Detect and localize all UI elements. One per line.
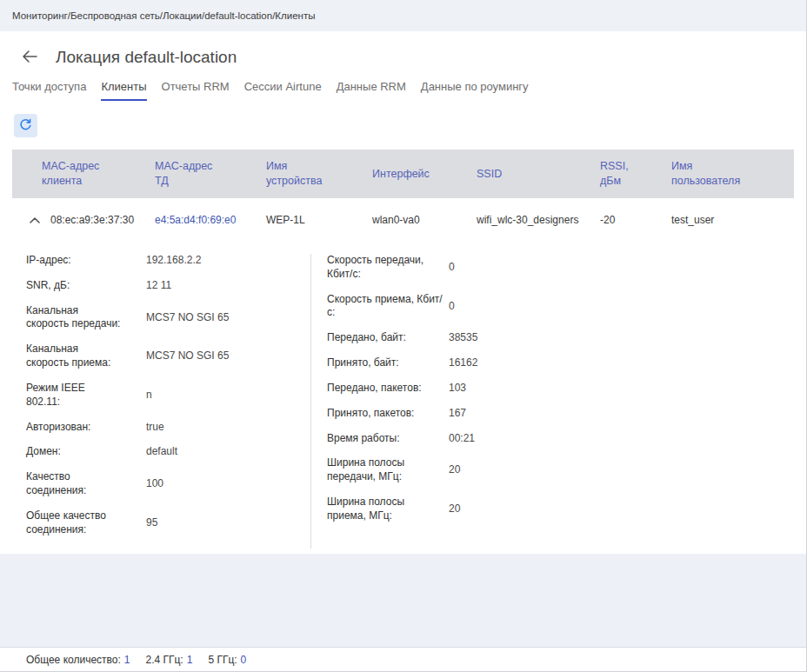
- cell-interface: wlan0-va0: [372, 214, 477, 226]
- details-right-pane: Скорость передачи, Кбит/с: 0 Скорость пр…: [310, 254, 794, 549]
- clients-table: MAC-адрес клиента MAC-адрес ТД Имя устро…: [12, 150, 794, 242]
- detail-domain: Домен: default: [26, 445, 302, 459]
- refresh-button[interactable]: [14, 114, 37, 137]
- page-root: Мониторинг/Беспроводная сеть/Локации/def…: [0, 0, 807, 672]
- refresh-icon: [19, 118, 32, 134]
- summary-footer: Общее количество:1 2.4 ГГц:1 5 ГГц:0: [0, 647, 806, 671]
- detail-ieee-mode: Режим IEEE 802.11: n: [26, 382, 302, 409]
- background-spacer: [0, 554, 806, 647]
- chevron-up-icon[interactable]: [30, 217, 40, 223]
- breadcrumb-text[interactable]: Мониторинг/Беспроводная сеть/Локации/def…: [12, 10, 315, 21]
- detail-authorized: Авторизован: true: [26, 421, 302, 435]
- total-count: Общее количество:1: [26, 654, 130, 666]
- detail-rx-packets: Принято, пакетов: 167: [327, 407, 794, 421]
- col-ssid[interactable]: SSID: [477, 167, 600, 182]
- tab-rrm-data[interactable]: Данные RRM: [337, 80, 406, 101]
- detail-tx-rate: Скорость передачи, Кбит/с: 0: [327, 254, 794, 282]
- col-rssi[interactable]: RSSI, дБм: [600, 159, 671, 189]
- back-button[interactable]: [19, 47, 40, 68]
- detail-total-link-quality: Общее качество соединения: 95: [26, 509, 302, 537]
- detail-uptime: Время работы: 00:21: [327, 432, 794, 446]
- page-title: Локация default-location: [56, 48, 237, 67]
- col-device-name[interactable]: Имя устройства: [266, 159, 372, 189]
- cell-username: test_user: [671, 214, 794, 226]
- title-row: Локация default-location: [0, 31, 806, 77]
- tab-access-points[interactable]: Точки доступа: [12, 80, 86, 101]
- detail-rx-bytes: Принято, байт: 16162: [327, 356, 794, 370]
- detail-rx-rate: Скорость приема, Кбит/с: 0: [327, 293, 794, 321]
- cell-rssi: -20: [600, 214, 671, 226]
- tab-rrm-reports[interactable]: Отчеты RRM: [162, 80, 230, 101]
- table-row[interactable]: 08:ec:a9:3e:37:30 e4:5a:d4:f0:69:e0 WEP-…: [12, 198, 794, 242]
- detail-link-quality: Качество соединения: 100: [26, 470, 302, 498]
- tab-clients[interactable]: Клиенты: [101, 80, 146, 101]
- col-mac-client[interactable]: MAC-адрес клиента: [12, 159, 155, 189]
- cell-ssid: wifi_wlc-30_designers: [477, 214, 600, 226]
- cell-device-name: WEP-1L: [266, 214, 372, 226]
- details-left-pane: IP-адрес: 192.168.2.2 SNR, дБ: 12 11 Кан…: [12, 254, 310, 549]
- detail-snr: SNR, дБ: 12 11: [26, 279, 302, 293]
- detail-tx-channel-rate: Канальная скорость передачи: MCS7 NO SGI…: [26, 304, 302, 332]
- mac-client-value: 08:ec:a9:3e:37:30: [50, 214, 134, 226]
- toolbar: [0, 101, 806, 150]
- count-2-4ghz: 2.4 ГГц:1: [145, 654, 192, 666]
- detail-tx-packets: Передано, пакетов: 103: [327, 382, 794, 396]
- breadcrumb[interactable]: Мониторинг/Беспроводная сеть/Локации/def…: [0, 0, 806, 31]
- tab-bar: Точки доступа Клиенты Отчеты RRM Сессии …: [0, 80, 806, 101]
- col-username[interactable]: Имя пользователя: [671, 159, 794, 189]
- col-interface[interactable]: Интерфейс: [372, 167, 477, 182]
- cell-mac-client: 08:ec:a9:3e:37:30: [12, 214, 155, 226]
- cell-mac-ap: e4:5a:d4:f0:69:e0: [155, 214, 266, 226]
- table-header-row: MAC-адрес клиента MAC-адрес ТД Имя устро…: [12, 150, 794, 198]
- arrow-left-icon: [22, 50, 37, 65]
- client-details: IP-адрес: 192.168.2.2 SNR, дБ: 12 11 Кан…: [12, 242, 794, 554]
- count-5ghz: 5 ГГц:0: [208, 654, 246, 666]
- mac-ap-link[interactable]: e4:5a:d4:f0:69:e0: [155, 214, 236, 226]
- detail-rx-bandwidth: Ширина полосы приема, МГц: 20: [327, 496, 794, 523]
- detail-tx-bandwidth: Ширина полосы передачи, МГц: 20: [327, 456, 794, 484]
- tab-airtune-sessions[interactable]: Сессии Airtune: [244, 80, 322, 101]
- col-mac-ap[interactable]: MAC-адрес ТД: [155, 159, 266, 189]
- detail-rx-channel-rate: Канальная скорость приема: MCS7 NO SGI 6…: [26, 343, 302, 370]
- detail-ip: IP-адрес: 192.168.2.2: [26, 254, 302, 268]
- detail-tx-bytes: Передано, байт: 38535: [327, 331, 794, 345]
- tab-roaming-data[interactable]: Данные по роумингу: [421, 80, 529, 101]
